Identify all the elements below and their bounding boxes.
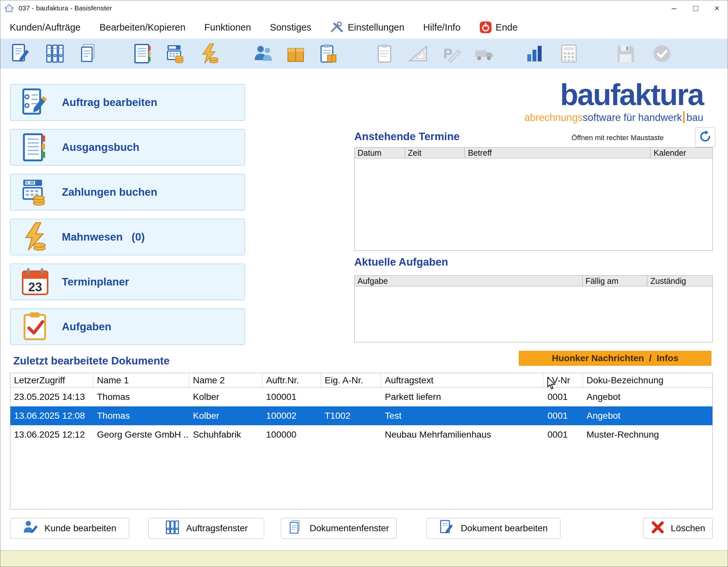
nav-ausgangsbuch[interactable]: Ausgangsbuch [10, 129, 245, 166]
cell: Kolber [189, 387, 263, 406]
close-button[interactable]: × [706, 0, 728, 16]
column-header-betreff[interactable]: Betreff [465, 148, 651, 158]
confirm-icon[interactable] [650, 43, 674, 64]
aufgaben-table-header: Aufgabe Fällig am Zuständig [354, 276, 713, 286]
column-header-datum[interactable]: Datum [355, 148, 405, 158]
cash-register-icon[interactable] [164, 43, 187, 64]
nav-terminplaner[interactable]: 23 Terminplaner [10, 264, 245, 300]
auftragsfenster-button[interactable]: Auftragsfenster [148, 518, 264, 539]
nav-zahlungen-buchen[interactable]: 0.00 Zahlungen buchen [10, 174, 245, 210]
column-header-auftrnr[interactable]: Auftr.Nr. [263, 373, 321, 387]
cell: T1002 [321, 406, 381, 425]
column-header-name1[interactable]: Name 1 [93, 373, 189, 387]
menu-label: Ende [496, 22, 518, 33]
termine-table-header: Datum Zeit Betreff Kalender [354, 147, 713, 158]
column-header-name2[interactable]: Name 2 [189, 373, 263, 387]
nav-auftrag-bearbeiten[interactable]: Auftrag bearbeiten [10, 84, 245, 121]
calculator-icon[interactable] [557, 43, 581, 64]
cell: Georg Gerste GmbH ... [93, 425, 189, 444]
outbook-icon[interactable] [131, 43, 155, 64]
aufgaben-table-body [354, 286, 713, 342]
customers-icon[interactable] [251, 43, 275, 64]
cell: 23.05.2025 14:13 [10, 387, 93, 406]
document-edit-icon [439, 520, 455, 537]
tagline-blue: software für handwerk [583, 113, 682, 123]
document-row[interactable]: 23.05.2025 14:13 Thomas Kolber 100001 Pa… [10, 387, 712, 406]
nav-label: Auftrag bearbeiten [62, 96, 157, 109]
cell: Thomas [93, 387, 189, 406]
kunde-bearbeiten-button[interactable]: Kunde bearbeiten [10, 518, 129, 539]
column-header-eig-anr[interactable]: Eig. A-Nr. [321, 373, 381, 387]
column-header-aufgabe[interactable]: Aufgabe [355, 276, 583, 286]
column-header-letzerzugriff[interactable]: LetzerZugriff [10, 373, 93, 387]
package-icon[interactable] [284, 43, 307, 64]
dunning-icon[interactable] [197, 43, 221, 64]
nav-mahnwesen[interactable]: Mahnwesen (0) [10, 219, 245, 255]
cell: Neubau Mehrfamilienhaus [381, 425, 544, 444]
menu-funktionen[interactable]: Funktionen [195, 22, 261, 33]
title-bar: 037 - baufaktura - Basisfenster – □ × [0, 0, 728, 16]
toolbar: P [0, 39, 728, 69]
measure-icon[interactable] [406, 43, 430, 64]
svg-text:0.00: 0.00 [26, 181, 34, 185]
statistics-icon[interactable] [523, 43, 546, 64]
nav-label: Mahnwesen (0) [62, 231, 145, 243]
cell: Schuhfabrik [189, 425, 263, 444]
menu-einstellungen[interactable]: Einstellungen [321, 21, 414, 33]
document-row-selected[interactable]: 13.06.2025 12:08 Thomas Kolber 100002 T1… [10, 406, 712, 425]
documents-title: Zuletzt bearbeitete Dokumente [13, 355, 169, 367]
main-nav: Auftrag bearbeiten Ausgangsbuch 0.00 [10, 84, 245, 353]
dokument-bearbeiten-button[interactable]: Dokument bearbeiten [426, 518, 560, 539]
cash-register-icon: 0.00 [20, 177, 51, 208]
cell: Thomas [93, 406, 189, 425]
nav-label: Zahlungen buchen [62, 186, 157, 198]
logo-tagline: abrechnungssoftware für handwerkbau [524, 112, 703, 123]
column-header-faellig-am[interactable]: Fällig am [583, 276, 648, 286]
tagline-separator [683, 112, 685, 123]
column-header-doku-bezeichnung[interactable]: Doku-Bezeichnung [583, 373, 712, 387]
svg-text:23: 23 [28, 280, 42, 294]
dokumentenfenster-button[interactable]: Dokumentenfenster [281, 518, 397, 539]
column-header-auftragstext[interactable]: Auftragstext [381, 373, 544, 387]
cell: 0001 [544, 406, 583, 425]
binders-icon[interactable] [43, 43, 67, 64]
order-edit-icon[interactable] [9, 43, 33, 64]
huonker-news-button[interactable]: Huonker Nachrichten / Infos [519, 351, 711, 366]
binders-icon [165, 520, 180, 537]
cell: Angebot [583, 406, 712, 425]
refresh-icon [699, 130, 712, 144]
document-row[interactable]: 13.06.2025 12:12 Georg Gerste GmbH ... S… [10, 425, 712, 444]
home-icon[interactable] [4, 4, 14, 12]
menu-bearbeiten-kopieren[interactable]: Bearbeiten/Kopieren [90, 22, 195, 33]
menu-kunden-auftraege[interactable]: Kunden/Aufträge [0, 22, 90, 33]
button-label: Kunde bearbeiten [44, 523, 116, 533]
nav-label: Terminplaner [62, 276, 129, 288]
delivery-note-icon[interactable] [317, 43, 340, 64]
column-header-zeit[interactable]: Zeit [405, 148, 465, 158]
menu-label: Kunden/Aufträge [10, 22, 81, 33]
maximize-button[interactable]: □ [685, 0, 706, 16]
column-header-zustaendig[interactable]: Zuständig [647, 276, 712, 286]
truck-icon[interactable] [473, 43, 496, 64]
nav-label: Aufgaben [62, 320, 111, 333]
mouse-cursor [546, 377, 557, 391]
app-window: 037 - baufaktura - Basisfenster – □ × Ku… [0, 0, 728, 567]
documents-table-header: LetzerZugriff Name 1 Name 2 Auftr.Nr. Ei… [10, 373, 712, 387]
aufgaben-title: Aktuelle Aufgaben [354, 256, 448, 268]
copy-documents-icon [288, 520, 304, 537]
price-list-icon[interactable]: P [439, 43, 463, 64]
copy-documents-icon[interactable] [78, 43, 101, 64]
save-icon[interactable] [614, 43, 637, 64]
nav-aufgaben[interactable]: Aufgaben [10, 308, 245, 345]
column-header-kalender[interactable]: Kalender [651, 148, 712, 158]
button-label: Löschen [671, 523, 705, 533]
minimize-button[interactable]: – [663, 0, 685, 16]
button-label: Dokumentenfenster [310, 523, 389, 533]
menu-ende[interactable]: Ende [470, 21, 527, 34]
termine-table: Datum Zeit Betreff Kalender [354, 147, 713, 251]
refresh-button[interactable] [695, 127, 715, 147]
menu-hilfe-info[interactable]: Hilfe/Info [414, 22, 470, 33]
loeschen-button[interactable]: Löschen [643, 518, 713, 539]
clipboard-icon[interactable] [373, 43, 397, 64]
menu-sonstiges[interactable]: Sonstiges [261, 22, 321, 33]
